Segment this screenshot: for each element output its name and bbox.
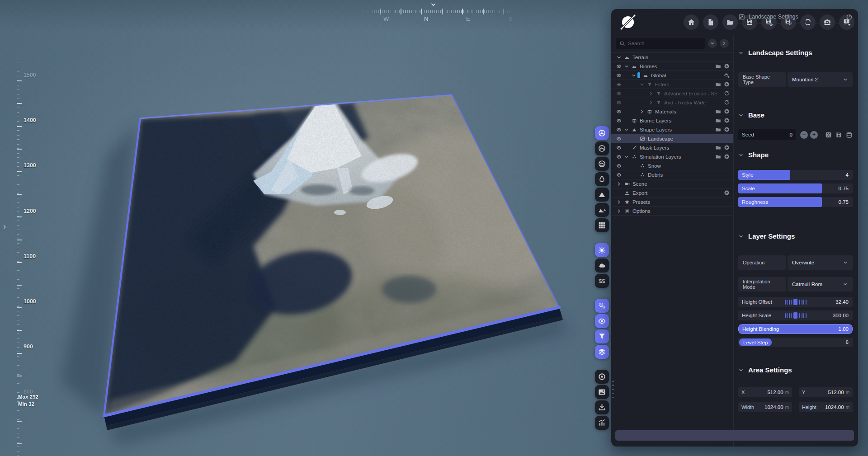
style-slider[interactable]: Style 4	[738, 170, 853, 180]
tree-row-filters[interactable]: Filters	[611, 80, 733, 89]
expand-toggle[interactable]	[647, 91, 655, 96]
visibility-eye-icon[interactable]	[615, 82, 623, 87]
tool-grid-button[interactable]	[595, 218, 609, 232]
add-icon[interactable]	[724, 154, 730, 160]
refresh-icon[interactable]	[724, 90, 730, 96]
export-button[interactable]	[595, 400, 609, 414]
visibility-eye-icon[interactable]	[615, 109, 623, 114]
section-shape[interactable]: Shape	[738, 151, 853, 159]
home-button[interactable]	[684, 14, 699, 30]
folder-icon[interactable]	[715, 118, 721, 123]
compass[interactable]: W N E S	[359, 2, 513, 22]
add-icon[interactable]	[724, 145, 730, 150]
seed-field[interactable]: Seed 0	[738, 129, 796, 140]
section-base[interactable]: Base	[738, 111, 853, 119]
add-icon[interactable]	[724, 118, 730, 123]
tree-row-options[interactable]: Options	[611, 207, 733, 216]
section-area-settings[interactable]: Area Settings	[738, 366, 853, 374]
visibility-eye-icon[interactable]	[615, 73, 623, 78]
tree-row-global[interactable]: Global	[611, 71, 733, 80]
folder-icon[interactable]	[715, 154, 721, 160]
env-water-button[interactable]	[595, 274, 609, 288]
add-icon[interactable]	[724, 63, 730, 69]
collapse-all-button[interactable]	[708, 39, 717, 48]
add-icon[interactable]	[724, 81, 730, 87]
expand-left-panel-button[interactable]: ›	[3, 221, 6, 231]
terrain-render[interactable]	[0, 0, 611, 456]
record-button[interactable]	[595, 370, 609, 384]
expand-toggle[interactable]	[623, 154, 630, 160]
expand-toggle[interactable]	[615, 208, 623, 214]
height-blending-slider[interactable]: Height Blending 1.00	[738, 324, 853, 334]
folder-icon[interactable]	[715, 81, 721, 87]
search-input[interactable]	[628, 41, 702, 46]
seed-increment-button[interactable]: +	[810, 131, 818, 139]
tool-scatter-button[interactable]	[595, 203, 609, 217]
tree-row-presets[interactable]: Presets	[611, 197, 733, 207]
layers-add-icon[interactable]	[724, 72, 730, 78]
add-icon[interactable]	[724, 108, 730, 114]
tree-row-debris[interactable]: Debris	[611, 170, 733, 179]
roughness-slider[interactable]: Roughness 0.75	[738, 197, 853, 207]
area-height-field[interactable]: Height 1024.00 m	[799, 402, 853, 412]
save-seed-icon[interactable]	[835, 132, 842, 138]
detach-panel-icon[interactable]	[846, 14, 853, 20]
expand-all-button[interactable]	[720, 39, 729, 48]
tree-row-advanced-erosion[interactable]: Advanced Erosion - Se	[611, 89, 733, 98]
tree-row-arid-rocky-wide[interactable]: Arid - Rocky Wide	[611, 98, 733, 107]
view-visibility-button[interactable]	[595, 314, 609, 328]
base-shape-type-dropdown[interactable]: Mountain 2	[788, 72, 853, 87]
tool-biome-button[interactable]	[595, 141, 609, 155]
folder-icon[interactable]	[715, 63, 721, 69]
folder-icon[interactable]	[715, 127, 721, 132]
expand-toggle[interactable]	[623, 64, 630, 69]
folder-icon[interactable]	[715, 145, 721, 150]
snapshot-button[interactable]	[595, 385, 609, 399]
tree-row-shape-layers[interactable]: Shape Layers	[611, 125, 733, 134]
section-layer-settings[interactable]: Layer Settings	[738, 232, 853, 240]
visibility-eye-icon[interactable]	[615, 127, 623, 132]
seed-history-icon[interactable]	[846, 132, 853, 138]
visibility-eye-icon[interactable]	[615, 136, 623, 141]
stats-button[interactable]	[595, 416, 609, 430]
tool-mountain-button[interactable]	[595, 188, 609, 202]
height-offset-scrubber[interactable]: Height Offset 32.40	[738, 297, 853, 307]
operation-dropdown[interactable]: Overwrite	[788, 255, 853, 270]
expand-toggle[interactable]	[647, 100, 655, 105]
expand-toggle[interactable]	[615, 199, 623, 205]
area-y-field[interactable]: Y 512.00 m	[799, 387, 853, 397]
search-bar[interactable]	[616, 38, 705, 49]
tool-terrain-button[interactable]	[595, 126, 609, 140]
expand-toggle[interactable]	[615, 181, 623, 187]
tree-row-simulation-layers[interactable]: Simulation Layers	[611, 152, 733, 161]
folder-icon[interactable]	[715, 108, 721, 114]
tree-row-biomes[interactable]: Biomes	[611, 62, 733, 71]
refresh-icon[interactable]	[724, 99, 730, 105]
scale-slider[interactable]: Scale 0.75	[738, 183, 853, 193]
visibility-eye-icon[interactable]	[615, 172, 623, 178]
tool-erosion-button[interactable]	[595, 157, 609, 171]
expand-toggle[interactable]	[630, 73, 637, 78]
tree-row-scene[interactable]: Scene	[611, 179, 733, 188]
height-scale-scrubber[interactable]: Height Scale 300.00	[738, 310, 853, 320]
visibility-eye-icon[interactable]	[615, 163, 623, 169]
tree-row-terrain[interactable]: Terrain	[611, 53, 733, 62]
visibility-eye-icon[interactable]	[615, 91, 623, 96]
expand-toggle[interactable]	[623, 127, 630, 132]
new-file-button[interactable]	[703, 14, 718, 30]
add-icon[interactable]	[724, 127, 730, 132]
visibility-eye-icon[interactable]	[615, 118, 623, 123]
tree-row-biome-layers[interactable]: Biome Layers	[611, 116, 733, 125]
visibility-eye-icon[interactable]	[615, 64, 623, 69]
tree-row-materials[interactable]: Materials	[611, 107, 733, 116]
tree-row-landscape[interactable]: Landscape	[611, 134, 733, 143]
env-cloud-button[interactable]	[595, 259, 609, 273]
expand-toggle[interactable]	[638, 82, 646, 87]
visibility-eye-icon[interactable]	[615, 145, 623, 150]
area-width-field[interactable]: Width 1024.00 m	[738, 402, 792, 412]
tree-row-snow[interactable]: Snow	[611, 161, 733, 170]
add-icon[interactable]	[724, 190, 730, 196]
tree-row-export[interactable]: Export	[611, 188, 733, 197]
randomize-dice-icon[interactable]	[825, 132, 832, 138]
view-layers-button[interactable]	[595, 345, 609, 359]
